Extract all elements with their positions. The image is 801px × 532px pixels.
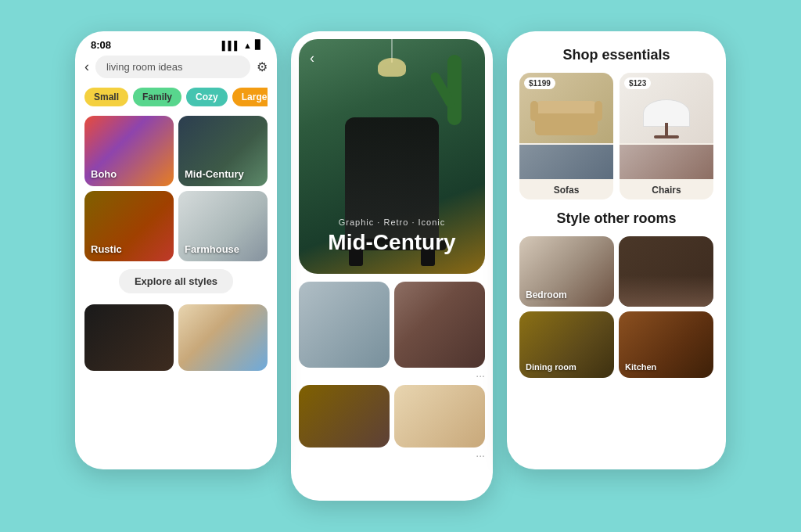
chip-family[interactable]: Family — [133, 88, 181, 106]
right-panel: Shop essentials $1199 Sofas — [507, 31, 726, 469]
bedroom-card[interactable]: Bedroom — [519, 236, 614, 307]
bedroom-label: Bedroom — [526, 289, 567, 300]
filter-icon[interactable]: ⚙ — [257, 59, 268, 74]
shop-essentials-title: Shop essentials — [519, 47, 713, 63]
time: 8:08 — [91, 39, 111, 51]
bottom-photos — [84, 304, 268, 371]
explore-all-button[interactable]: Explore all styles — [119, 269, 233, 293]
mini-card-2[interactable] — [394, 282, 485, 368]
chairs-label: Chairs — [620, 181, 713, 200]
kitchen-card[interactable]: Kitchen — [619, 311, 713, 378]
style-label-rustic: Rustic — [91, 243, 122, 255]
phone-left: 8:08 ▌▌▌ ▲ ▊ ‹ living room ideas ⚙ Small… — [75, 31, 277, 469]
phone-middle: ‹ Graphic · Retro · Iconic Mid-Century ·… — [291, 31, 493, 501]
style-grid: Boho Mid-Century Rustic Farmhouse — [84, 116, 268, 261]
more-dots-2: ··· — [291, 449, 493, 462]
sofas-label: Sofas — [519, 181, 613, 200]
style-rooms-title: Style other rooms — [519, 210, 713, 227]
bottom-photo-2[interactable] — [178, 304, 268, 371]
hero-card[interactable]: ‹ Graphic · Retro · Iconic Mid-Century — [299, 39, 485, 274]
chips-row: Small Family Cozy Large Lay... — [84, 88, 268, 106]
style-card-boho[interactable]: Boho — [84, 116, 174, 186]
mini-card-4[interactable] — [394, 385, 485, 448]
mini-photo-grid — [291, 282, 493, 368]
chip-cozy[interactable]: Cozy — [186, 88, 228, 106]
bottom-photo-1[interactable] — [84, 304, 174, 371]
mini-card-1[interactable] — [299, 282, 390, 368]
chairs-card[interactable]: $123 Chairs — [620, 73, 713, 200]
chip-large[interactable]: Large — [232, 88, 268, 106]
sofas-card[interactable]: $1199 Sofas — [519, 73, 613, 200]
hero-subtitle: Graphic · Retro · Iconic — [299, 217, 485, 227]
bedroom-photo-2[interactable] — [619, 236, 713, 307]
style-label-midcentury: Mid-Century — [185, 168, 244, 180]
mini-photo-grid-2 — [291, 382, 493, 448]
style-rooms-grid: Bedroom Dining room Kitchen — [519, 236, 713, 378]
hero-text: Graphic · Retro · Iconic Mid-Century — [299, 217, 485, 255]
status-icons: ▌▌▌ ▲ ▊ — [222, 40, 261, 50]
chip-small[interactable]: Small — [84, 88, 128, 106]
search-input[interactable]: living room ideas — [95, 56, 250, 78]
chair-image: $123 — [620, 73, 713, 143]
style-card-farmhouse[interactable]: Farmhouse — [178, 191, 268, 261]
style-label-boho: Boho — [91, 168, 117, 180]
wifi-icon: ▲ — [243, 41, 252, 50]
mini-card-3[interactable] — [299, 385, 390, 448]
signal-icon: ▌▌▌ — [222, 41, 240, 50]
style-card-midcentury[interactable]: Mid-Century — [178, 116, 268, 186]
kitchen-label: Kitchen — [625, 362, 656, 372]
dining-room-card[interactable]: Dining room — [519, 311, 614, 378]
sofa-price: $1199 — [524, 77, 555, 89]
sofa-image: $1199 — [519, 73, 613, 143]
battery-icon: ▊ — [255, 40, 261, 50]
search-bar: ‹ living room ideas ⚙ — [84, 56, 268, 78]
shop-grid: $1199 Sofas $123 — [519, 73, 713, 200]
style-card-rustic[interactable]: Rustic — [84, 191, 174, 261]
more-dots-1: ··· — [291, 369, 493, 382]
hero-back-button[interactable]: ‹ — [310, 50, 314, 66]
status-bar: 8:08 ▌▌▌ ▲ ▊ — [75, 31, 277, 56]
style-label-farmhouse: Farmhouse — [185, 243, 239, 255]
back-button[interactable]: ‹ — [84, 59, 89, 75]
chair-price: $123 — [624, 77, 651, 89]
dining-room-label: Dining room — [526, 362, 577, 372]
hero-title: Mid-Century — [299, 230, 485, 255]
